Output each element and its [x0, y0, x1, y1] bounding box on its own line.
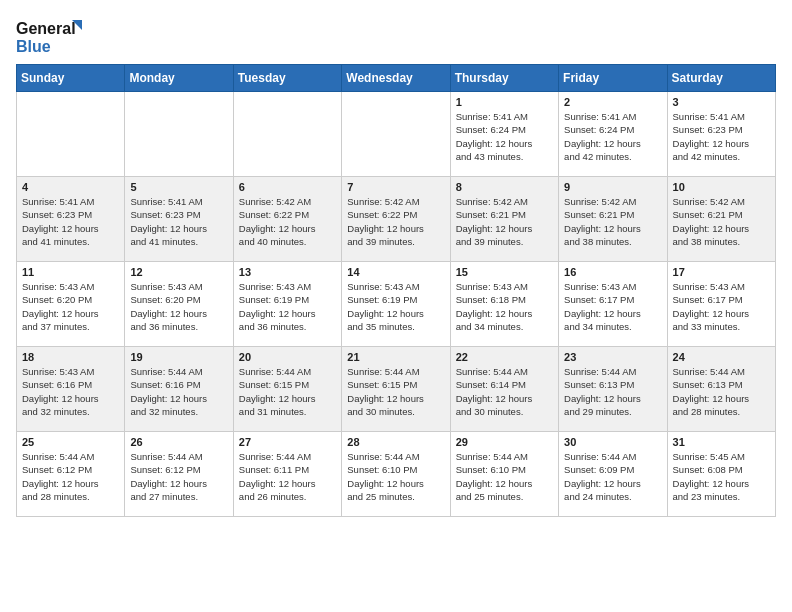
- day-detail: Sunrise: 5:43 AM Sunset: 6:18 PM Dayligh…: [456, 280, 553, 333]
- page-header: GeneralBlue: [16, 16, 776, 56]
- calendar-cell: 28Sunrise: 5:44 AM Sunset: 6:10 PM Dayli…: [342, 432, 450, 517]
- day-number: 4: [22, 181, 119, 193]
- weekday-header-sunday: Sunday: [17, 65, 125, 92]
- calendar-cell: 29Sunrise: 5:44 AM Sunset: 6:10 PM Dayli…: [450, 432, 558, 517]
- calendar-week-row: 18Sunrise: 5:43 AM Sunset: 6:16 PM Dayli…: [17, 347, 776, 432]
- calendar-cell: 1Sunrise: 5:41 AM Sunset: 6:24 PM Daylig…: [450, 92, 558, 177]
- day-detail: Sunrise: 5:41 AM Sunset: 6:23 PM Dayligh…: [673, 110, 770, 163]
- day-detail: Sunrise: 5:45 AM Sunset: 6:08 PM Dayligh…: [673, 450, 770, 503]
- calendar-cell: 31Sunrise: 5:45 AM Sunset: 6:08 PM Dayli…: [667, 432, 775, 517]
- weekday-header-monday: Monday: [125, 65, 233, 92]
- logo-svg: GeneralBlue: [16, 16, 86, 56]
- calendar-cell: 12Sunrise: 5:43 AM Sunset: 6:20 PM Dayli…: [125, 262, 233, 347]
- calendar-week-row: 1Sunrise: 5:41 AM Sunset: 6:24 PM Daylig…: [17, 92, 776, 177]
- day-detail: Sunrise: 5:43 AM Sunset: 6:17 PM Dayligh…: [564, 280, 661, 333]
- calendar-cell: [233, 92, 341, 177]
- calendar-cell: 3Sunrise: 5:41 AM Sunset: 6:23 PM Daylig…: [667, 92, 775, 177]
- day-detail: Sunrise: 5:42 AM Sunset: 6:21 PM Dayligh…: [673, 195, 770, 248]
- day-number: 31: [673, 436, 770, 448]
- calendar-header: SundayMondayTuesdayWednesdayThursdayFrid…: [17, 65, 776, 92]
- calendar-cell: 10Sunrise: 5:42 AM Sunset: 6:21 PM Dayli…: [667, 177, 775, 262]
- calendar-cell: 22Sunrise: 5:44 AM Sunset: 6:14 PM Dayli…: [450, 347, 558, 432]
- calendar-table: SundayMondayTuesdayWednesdayThursdayFrid…: [16, 64, 776, 517]
- day-number: 1: [456, 96, 553, 108]
- calendar-cell: [342, 92, 450, 177]
- day-number: 18: [22, 351, 119, 363]
- calendar-week-row: 4Sunrise: 5:41 AM Sunset: 6:23 PM Daylig…: [17, 177, 776, 262]
- day-detail: Sunrise: 5:42 AM Sunset: 6:22 PM Dayligh…: [347, 195, 444, 248]
- day-detail: Sunrise: 5:44 AM Sunset: 6:16 PM Dayligh…: [130, 365, 227, 418]
- calendar-cell: 14Sunrise: 5:43 AM Sunset: 6:19 PM Dayli…: [342, 262, 450, 347]
- day-detail: Sunrise: 5:43 AM Sunset: 6:19 PM Dayligh…: [347, 280, 444, 333]
- day-detail: Sunrise: 5:43 AM Sunset: 6:20 PM Dayligh…: [130, 280, 227, 333]
- calendar-cell: 17Sunrise: 5:43 AM Sunset: 6:17 PM Dayli…: [667, 262, 775, 347]
- day-detail: Sunrise: 5:44 AM Sunset: 6:15 PM Dayligh…: [347, 365, 444, 418]
- day-number: 22: [456, 351, 553, 363]
- calendar-cell: 2Sunrise: 5:41 AM Sunset: 6:24 PM Daylig…: [559, 92, 667, 177]
- day-number: 28: [347, 436, 444, 448]
- day-detail: Sunrise: 5:44 AM Sunset: 6:13 PM Dayligh…: [564, 365, 661, 418]
- calendar-cell: 24Sunrise: 5:44 AM Sunset: 6:13 PM Dayli…: [667, 347, 775, 432]
- day-number: 19: [130, 351, 227, 363]
- day-detail: Sunrise: 5:43 AM Sunset: 6:17 PM Dayligh…: [673, 280, 770, 333]
- weekday-header-friday: Friday: [559, 65, 667, 92]
- day-number: 20: [239, 351, 336, 363]
- day-number: 2: [564, 96, 661, 108]
- weekday-header-wednesday: Wednesday: [342, 65, 450, 92]
- calendar-cell: 25Sunrise: 5:44 AM Sunset: 6:12 PM Dayli…: [17, 432, 125, 517]
- weekday-header-tuesday: Tuesday: [233, 65, 341, 92]
- day-number: 14: [347, 266, 444, 278]
- day-number: 26: [130, 436, 227, 448]
- calendar-cell: 19Sunrise: 5:44 AM Sunset: 6:16 PM Dayli…: [125, 347, 233, 432]
- calendar-cell: 27Sunrise: 5:44 AM Sunset: 6:11 PM Dayli…: [233, 432, 341, 517]
- day-number: 16: [564, 266, 661, 278]
- day-number: 24: [673, 351, 770, 363]
- day-detail: Sunrise: 5:42 AM Sunset: 6:22 PM Dayligh…: [239, 195, 336, 248]
- logo: GeneralBlue: [16, 16, 86, 56]
- day-number: 6: [239, 181, 336, 193]
- day-number: 27: [239, 436, 336, 448]
- day-detail: Sunrise: 5:43 AM Sunset: 6:16 PM Dayligh…: [22, 365, 119, 418]
- day-number: 29: [456, 436, 553, 448]
- calendar-cell: 20Sunrise: 5:44 AM Sunset: 6:15 PM Dayli…: [233, 347, 341, 432]
- calendar-week-row: 25Sunrise: 5:44 AM Sunset: 6:12 PM Dayli…: [17, 432, 776, 517]
- calendar-cell: 13Sunrise: 5:43 AM Sunset: 6:19 PM Dayli…: [233, 262, 341, 347]
- calendar-cell: [125, 92, 233, 177]
- weekday-header-thursday: Thursday: [450, 65, 558, 92]
- calendar-week-row: 11Sunrise: 5:43 AM Sunset: 6:20 PM Dayli…: [17, 262, 776, 347]
- calendar-cell: 15Sunrise: 5:43 AM Sunset: 6:18 PM Dayli…: [450, 262, 558, 347]
- calendar-cell: 8Sunrise: 5:42 AM Sunset: 6:21 PM Daylig…: [450, 177, 558, 262]
- day-number: 3: [673, 96, 770, 108]
- calendar-cell: 6Sunrise: 5:42 AM Sunset: 6:22 PM Daylig…: [233, 177, 341, 262]
- day-detail: Sunrise: 5:44 AM Sunset: 6:11 PM Dayligh…: [239, 450, 336, 503]
- calendar-cell: 4Sunrise: 5:41 AM Sunset: 6:23 PM Daylig…: [17, 177, 125, 262]
- day-detail: Sunrise: 5:44 AM Sunset: 6:10 PM Dayligh…: [347, 450, 444, 503]
- day-detail: Sunrise: 5:41 AM Sunset: 6:23 PM Dayligh…: [22, 195, 119, 248]
- calendar-cell: 18Sunrise: 5:43 AM Sunset: 6:16 PM Dayli…: [17, 347, 125, 432]
- day-detail: Sunrise: 5:42 AM Sunset: 6:21 PM Dayligh…: [564, 195, 661, 248]
- calendar-cell: 5Sunrise: 5:41 AM Sunset: 6:23 PM Daylig…: [125, 177, 233, 262]
- day-number: 25: [22, 436, 119, 448]
- day-detail: Sunrise: 5:44 AM Sunset: 6:09 PM Dayligh…: [564, 450, 661, 503]
- day-detail: Sunrise: 5:44 AM Sunset: 6:12 PM Dayligh…: [130, 450, 227, 503]
- day-detail: Sunrise: 5:41 AM Sunset: 6:24 PM Dayligh…: [564, 110, 661, 163]
- day-number: 12: [130, 266, 227, 278]
- day-number: 30: [564, 436, 661, 448]
- day-number: 7: [347, 181, 444, 193]
- day-detail: Sunrise: 5:43 AM Sunset: 6:19 PM Dayligh…: [239, 280, 336, 333]
- day-number: 13: [239, 266, 336, 278]
- day-number: 15: [456, 266, 553, 278]
- calendar-cell: 9Sunrise: 5:42 AM Sunset: 6:21 PM Daylig…: [559, 177, 667, 262]
- calendar-body: 1Sunrise: 5:41 AM Sunset: 6:24 PM Daylig…: [17, 92, 776, 517]
- day-detail: Sunrise: 5:44 AM Sunset: 6:15 PM Dayligh…: [239, 365, 336, 418]
- calendar-cell: 30Sunrise: 5:44 AM Sunset: 6:09 PM Dayli…: [559, 432, 667, 517]
- day-number: 9: [564, 181, 661, 193]
- day-number: 11: [22, 266, 119, 278]
- calendar-cell: [17, 92, 125, 177]
- day-number: 10: [673, 181, 770, 193]
- day-detail: Sunrise: 5:43 AM Sunset: 6:20 PM Dayligh…: [22, 280, 119, 333]
- weekday-header-saturday: Saturday: [667, 65, 775, 92]
- calendar-cell: 16Sunrise: 5:43 AM Sunset: 6:17 PM Dayli…: [559, 262, 667, 347]
- calendar-cell: 26Sunrise: 5:44 AM Sunset: 6:12 PM Dayli…: [125, 432, 233, 517]
- day-number: 8: [456, 181, 553, 193]
